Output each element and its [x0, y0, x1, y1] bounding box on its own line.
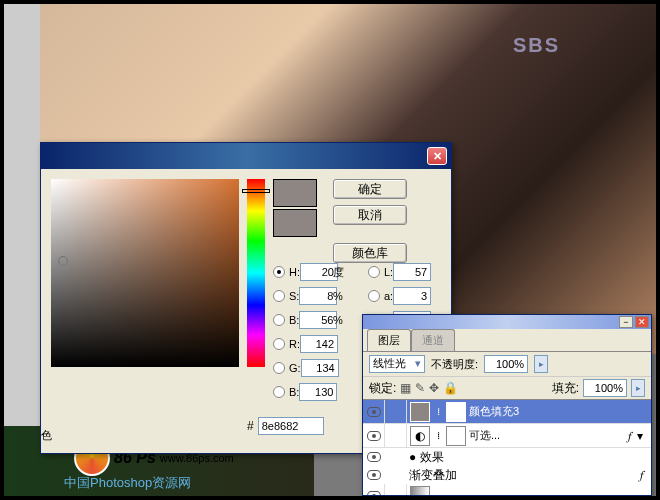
hue-slider[interactable] — [247, 179, 265, 367]
hex-label: # — [247, 419, 254, 433]
current-color-swatch — [273, 209, 317, 237]
lab-b-label: 色 — [41, 428, 52, 443]
radio-r[interactable] — [273, 338, 285, 350]
layer-mask-thumb[interactable] — [446, 402, 466, 422]
hue-cursor — [242, 189, 270, 193]
hex-input[interactable] — [258, 417, 324, 435]
link-cell[interactable] — [385, 424, 407, 447]
panel-tabs: 图层 通道 — [363, 329, 651, 351]
opacity-label: 不透明度: — [431, 357, 478, 372]
layer-row[interactable] — [363, 484, 651, 495]
link-cell[interactable] — [385, 484, 407, 495]
radio-l[interactable] — [368, 266, 380, 278]
fill-arrow[interactable]: ▸ — [631, 379, 645, 397]
fill-input[interactable] — [583, 379, 627, 397]
fx-bullet-icon: ● — [409, 450, 416, 464]
new-color-swatch — [273, 179, 317, 207]
radio-s[interactable] — [273, 290, 285, 302]
layers-panel: − ✕ 图层 通道 线性光 不透明度: ▸ 锁定: ▦ ✎ ✥ 🔒 填充: ▸ … — [362, 314, 652, 496]
layer-adjustment-icon[interactable]: ◐ — [410, 426, 430, 446]
fx-item-indicator-icon[interactable]: 𝑓 — [640, 468, 643, 482]
color-library-button[interactable]: 颜色库 — [333, 243, 407, 263]
eye-icon — [367, 431, 381, 441]
tab-layers[interactable]: 图层 — [367, 329, 411, 351]
link-indicator-icon: ⁞ — [433, 406, 443, 417]
lock-brush-icon[interactable]: ✎ — [415, 381, 425, 395]
lock-all-icon[interactable]: 🔒 — [443, 381, 458, 395]
eye-icon — [367, 407, 381, 417]
fill-label: 填充: — [552, 380, 579, 397]
canvas-gutter — [4, 4, 40, 496]
close-icon[interactable]: ✕ — [635, 316, 649, 328]
layer-name[interactable]: 可选... — [469, 428, 628, 443]
fx-row: ● 效果 — [363, 448, 651, 466]
radio-bb2[interactable] — [273, 386, 285, 398]
layer-mask-thumb[interactable] — [446, 426, 466, 446]
a-input[interactable] — [393, 287, 431, 305]
fx-item-name: 渐变叠加 — [409, 467, 457, 484]
ok-button[interactable]: 确定 — [333, 179, 407, 199]
s-input[interactable] — [299, 287, 337, 305]
opacity-input[interactable] — [484, 355, 528, 373]
radio-g[interactable] — [273, 362, 285, 374]
layers-titlebar[interactable]: − ✕ — [363, 315, 651, 329]
radio-b[interactable] — [273, 314, 285, 326]
lock-transparent-icon[interactable]: ▦ — [400, 381, 411, 395]
radio-h[interactable] — [273, 266, 285, 278]
layer-thumb[interactable] — [410, 402, 430, 422]
opacity-arrow[interactable]: ▸ — [534, 355, 548, 373]
eye-icon — [367, 491, 381, 496]
layer-row[interactable]: ⁞ 颜色填充3 — [363, 400, 651, 424]
radio-a[interactable] — [368, 290, 380, 302]
link-indicator-icon: ⁞ — [433, 430, 443, 441]
tab-channels[interactable]: 通道 — [411, 329, 455, 351]
layer-row[interactable]: ◐ ⁞ 可选... 𝑓 ▾ — [363, 424, 651, 448]
minimize-icon[interactable]: − — [619, 316, 633, 328]
visibility-toggle[interactable] — [363, 464, 385, 487]
visibility-toggle[interactable] — [363, 424, 385, 447]
field-cursor — [58, 256, 68, 266]
layers-list: ⁞ 颜色填充3 ◐ ⁞ 可选... 𝑓 ▾ ● 效果 渐变叠加 𝑓 — [363, 399, 651, 495]
fx-toggle-icon[interactable]: ▾ — [637, 429, 643, 443]
photo-watermark: SBS — [513, 34, 560, 57]
blend-mode-select[interactable]: 线性光 — [369, 355, 425, 373]
brand-cn-name: 中国Photoshop资源网 — [64, 474, 191, 492]
g-input[interactable] — [301, 359, 339, 377]
color-field[interactable] — [51, 179, 239, 367]
cancel-button[interactable]: 取消 — [333, 205, 407, 225]
blend-mode-row: 线性光 不透明度: ▸ — [363, 351, 651, 376]
layer-name[interactable]: 颜色填充3 — [469, 404, 651, 419]
eye-icon — [367, 470, 381, 480]
layer-thumb[interactable] — [410, 486, 430, 496]
eye-icon — [367, 452, 381, 462]
b-input[interactable] — [299, 311, 337, 329]
fx-label: 效果 — [420, 449, 444, 466]
b2-input[interactable] — [299, 383, 337, 401]
fx-item-row[interactable]: 渐变叠加 𝑓 — [363, 466, 651, 484]
hex-row: # — [247, 417, 324, 435]
link-cell[interactable] — [385, 400, 407, 423]
r-input[interactable] — [300, 335, 338, 353]
close-icon[interactable] — [427, 147, 447, 165]
lock-label: 锁定: — [369, 380, 396, 397]
lock-row: 锁定: ▦ ✎ ✥ 🔒 填充: ▸ — [363, 376, 651, 399]
l-input[interactable] — [393, 263, 431, 281]
fx-indicator-icon[interactable]: 𝑓 — [628, 429, 631, 443]
dialog-titlebar[interactable] — [41, 143, 451, 169]
visibility-toggle[interactable] — [363, 400, 385, 423]
lock-move-icon[interactable]: ✥ — [429, 381, 439, 395]
